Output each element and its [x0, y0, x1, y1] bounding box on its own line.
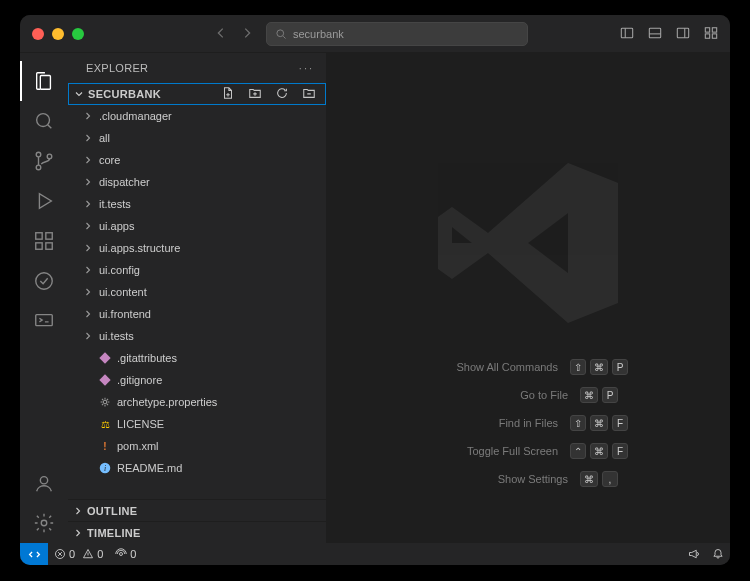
search-tab[interactable] [20, 101, 68, 141]
toggle-panel-icon[interactable] [648, 26, 662, 42]
shortcut-row: Go to File⌘P [438, 387, 618, 403]
new-folder-button[interactable] [248, 86, 265, 102]
folder-item[interactable]: .cloudmanager [68, 105, 326, 127]
feedback-button[interactable] [682, 548, 706, 560]
key-hint: F [612, 443, 628, 459]
command-center-search[interactable]: securbank [266, 22, 528, 46]
chevron-right-icon [82, 220, 94, 232]
svg-rect-15 [36, 233, 42, 239]
ports-icon [115, 548, 127, 560]
nav-controls [214, 26, 254, 42]
svg-text:i: i [104, 464, 106, 473]
folder-name: ui.config [99, 264, 140, 276]
shortcut-label: Find in Files [428, 417, 558, 429]
file-name: README.md [117, 462, 182, 474]
file-item[interactable]: .gitattributes [68, 347, 326, 369]
folder-name: dispatcher [99, 176, 150, 188]
key-hint: F [612, 415, 628, 431]
folder-item[interactable]: ui.config [68, 259, 326, 281]
shortcut-row: Toggle Full Screen⌃⌘F [428, 443, 628, 459]
maximize-window-button[interactable] [72, 28, 84, 40]
file-item[interactable]: archetype.properties [68, 391, 326, 413]
folder-item[interactable]: it.tests [68, 193, 326, 215]
customize-layout-icon[interactable] [704, 26, 718, 42]
accounts-button[interactable] [20, 463, 68, 503]
collapse-folders-button[interactable] [302, 86, 319, 102]
chevron-right-icon [72, 527, 84, 539]
file-tree: .cloudmanagerallcoredispatcherit.testsui… [68, 105, 326, 499]
file-item[interactable]: !pom.xml [68, 435, 326, 457]
testing-tab[interactable] [20, 261, 68, 301]
extensions-tab[interactable] [20, 221, 68, 261]
chevron-right-icon [72, 505, 84, 517]
key-hint: ⌃ [570, 443, 586, 459]
chevron-right-icon [82, 308, 94, 320]
sidebar-more-button[interactable]: ··· [299, 62, 314, 74]
folder-item[interactable]: ui.apps [68, 215, 326, 237]
file-item[interactable]: ⚖LICENSE [68, 413, 326, 435]
toggle-sidebar-icon[interactable] [620, 26, 634, 42]
refresh-button[interactable] [275, 86, 292, 102]
notifications-button[interactable] [706, 548, 730, 560]
folder-name: .cloudmanager [99, 110, 172, 122]
search-icon [275, 28, 287, 40]
folder-name: ui.apps.structure [99, 242, 180, 254]
ports-button[interactable]: 0 [109, 548, 142, 560]
problems-button[interactable]: 0 0 [48, 548, 109, 560]
shortcut-label: Show Settings [438, 473, 568, 485]
chevron-right-icon [82, 264, 94, 276]
svg-point-27 [120, 553, 123, 556]
file-item[interactable]: iREADME.md [68, 457, 326, 479]
file-name: LICENSE [117, 418, 164, 430]
svg-rect-3 [649, 28, 660, 38]
minimize-window-button[interactable] [52, 28, 64, 40]
git-file-icon [98, 373, 112, 387]
shortcut-row: Show Settings⌘, [438, 471, 618, 487]
timeline-label: TIMELINE [87, 527, 141, 539]
remote-button[interactable] [20, 543, 48, 565]
folder-item[interactable]: dispatcher [68, 171, 326, 193]
forward-button[interactable] [240, 26, 254, 42]
folder-item[interactable]: ui.apps.structure [68, 237, 326, 259]
remote-explorer-tab[interactable] [20, 301, 68, 341]
key-hint: ⌘ [590, 415, 608, 431]
new-file-button[interactable] [221, 86, 238, 102]
title-bar: securbank [20, 15, 730, 53]
svg-point-0 [277, 29, 284, 36]
timeline-section[interactable]: TIMELINE [68, 521, 326, 543]
folder-item[interactable]: ui.content [68, 281, 326, 303]
shortcut-row: Find in Files⇧⌘F [428, 415, 628, 431]
explorer-tab[interactable] [20, 61, 68, 101]
folder-item[interactable]: core [68, 149, 326, 171]
key-combo: ⇧⌘P [570, 359, 628, 375]
git-file-icon [98, 351, 112, 365]
run-debug-tab[interactable] [20, 181, 68, 221]
file-name: archetype.properties [117, 396, 217, 408]
toggle-secondary-sidebar-icon[interactable] [676, 26, 690, 42]
folder-item[interactable]: ui.frontend [68, 303, 326, 325]
explorer-sidebar: EXPLORER ··· SECURBANK .cloudmanagerallc… [68, 53, 326, 543]
svg-point-11 [37, 114, 50, 127]
key-hint: ⌘ [580, 387, 598, 403]
source-control-tab[interactable] [20, 141, 68, 181]
main-area: EXPLORER ··· SECURBANK .cloudmanagerallc… [20, 53, 730, 543]
settings-button[interactable] [20, 503, 68, 543]
key-hint: ⌘ [590, 443, 608, 459]
chevron-right-icon [82, 286, 94, 298]
project-header[interactable]: SECURBANK [68, 83, 326, 105]
file-item[interactable]: .gitignore [68, 369, 326, 391]
svg-rect-20 [36, 315, 53, 326]
chevron-right-icon [82, 198, 94, 210]
svg-point-19 [36, 273, 53, 290]
back-button[interactable] [214, 26, 228, 42]
shortcut-label: Go to File [438, 389, 568, 401]
file-name: .gitattributes [117, 352, 177, 364]
svg-point-22 [41, 520, 47, 526]
close-window-button[interactable] [32, 28, 44, 40]
svg-rect-17 [46, 243, 52, 249]
chevron-right-icon [82, 176, 94, 188]
folder-item[interactable]: all [68, 127, 326, 149]
folder-item[interactable]: ui.tests [68, 325, 326, 347]
outline-section[interactable]: OUTLINE [68, 499, 326, 521]
svg-rect-18 [46, 233, 52, 239]
